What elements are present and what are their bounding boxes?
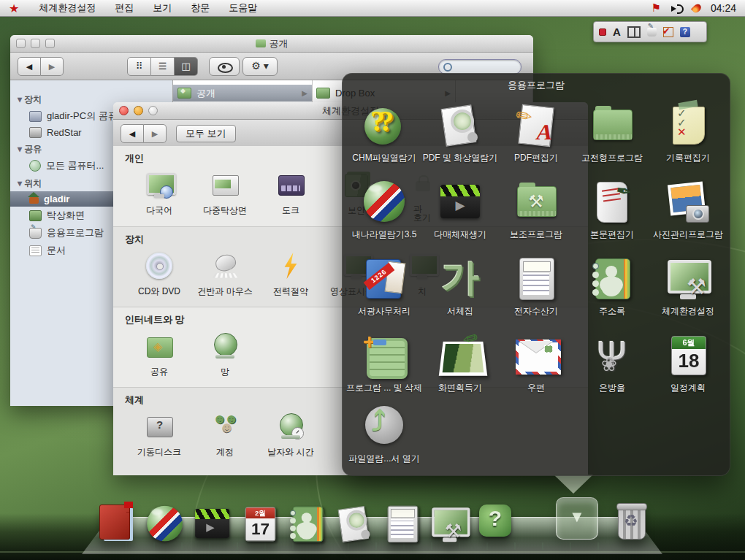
app-open-with-file-viewer[interactable]: 파일열람...서 열기	[346, 403, 422, 465]
column-view-button[interactable]: ◫	[175, 57, 198, 76]
dock-document-viewer-icon[interactable]	[332, 500, 373, 541]
clock[interactable]: 04:24	[711, 2, 736, 14]
dock-calculator-icon[interactable]	[380, 500, 421, 541]
folder-row-public[interactable]: 공개▶	[173, 85, 312, 101]
app-notes-editor[interactable]: ✓✓✕기록편집기	[650, 102, 726, 164]
file-manager-titlebar[interactable]: 공개	[10, 35, 533, 53]
quicklook-button[interactable]	[209, 57, 240, 76]
app-pdf-image-viewer[interactable]: PDF 및 화상열람기	[422, 102, 498, 164]
app-sogwang-office[interactable]: 1226서광사무처리	[346, 256, 422, 318]
dock-office-icon[interactable]	[95, 500, 136, 541]
dock-trash-icon[interactable]	[611, 500, 652, 541]
app-package-manager[interactable]: +프로그람 ... 및 삭제	[346, 332, 422, 394]
forward-button[interactable]: ▶	[41, 57, 64, 76]
checkmark-tool-icon[interactable]	[663, 27, 673, 37]
pref-item-startup-disk[interactable]: 기동디스크	[126, 411, 192, 459]
cd-icon	[144, 250, 175, 281]
app-font-book[interactable]: 서체집	[422, 256, 498, 318]
globe-icon	[210, 331, 240, 361]
package-icon: +	[362, 332, 407, 377]
close-icon[interactable]	[599, 28, 606, 36]
app-text-editor[interactable]: ✒본문편집기	[574, 179, 650, 241]
volume-icon[interactable]	[671, 3, 683, 13]
app-naenara-browser[interactable]: 내나라열람기3.5	[346, 179, 422, 241]
document-icon	[29, 245, 42, 256]
menu-window[interactable]: 창문	[181, 0, 219, 16]
menu-edit[interactable]: 편집	[105, 0, 143, 16]
pref-item-network[interactable]: 망	[192, 331, 258, 378]
app-utilities[interactable]: ⚒보조프로그람	[498, 179, 574, 241]
app-address-book[interactable]: 주소록	[574, 256, 650, 318]
pref-item-desktops[interactable]: 다중탁상면	[192, 169, 258, 222]
disk-icon	[29, 127, 42, 138]
flame-icon[interactable]	[691, 2, 703, 14]
app-schedule[interactable]: 6월18일정계획	[650, 332, 726, 394]
dock: ▶ 2월17 ⚒	[95, 496, 650, 541]
window-title: 공개	[10, 37, 533, 50]
panel-dock-pointer	[554, 475, 593, 494]
flag-icon[interactable]: ⚑	[652, 1, 661, 15]
calculator-icon	[513, 256, 559, 301]
app-chm-viewer[interactable]: CHM파일열람기	[346, 102, 422, 164]
search-input[interactable]	[438, 59, 522, 74]
app-pdf-editor[interactable]: ✎PDF편집기	[498, 102, 574, 164]
pref-item-language[interactable]: 다국어	[126, 169, 192, 222]
folder-icon	[177, 88, 191, 99]
menu-help[interactable]: 도움말	[219, 0, 267, 16]
users-icon	[210, 411, 240, 442]
back-button[interactable]: ◀	[18, 57, 41, 76]
envelope-icon	[513, 332, 559, 377]
pref-item-accounts[interactable]: 계정	[192, 411, 258, 459]
pen-cup-icon[interactable]	[647, 28, 657, 37]
list-view-button[interactable]: ☰	[151, 57, 175, 76]
pref-item-sharing[interactable]: 공유	[126, 331, 192, 378]
pref-item-cd-dvd[interactable]: CD와 DVD	[126, 250, 192, 298]
back-button[interactable]: ◀	[121, 124, 144, 143]
applications-icon	[29, 228, 42, 239]
folder-icon	[256, 39, 266, 47]
section-label-personal: 개인	[125, 152, 144, 165]
pref-item-keyboard-mouse[interactable]: 건반과 마우스	[192, 250, 258, 298]
font-tool-icon[interactable]: A	[613, 26, 621, 38]
help-book-icon[interactable]: ?	[680, 27, 690, 37]
chevron-right-icon: ▶	[302, 89, 307, 97]
pref-item-dock[interactable]: 도크	[258, 169, 324, 222]
icon-view-button[interactable]: ⠿	[127, 57, 151, 76]
app-calculator[interactable]: 전자수산기	[498, 256, 574, 318]
forward-button[interactable]: ▶	[144, 124, 167, 143]
dock-applications-stack-icon[interactable]	[554, 496, 600, 541]
redstar-logo-icon[interactable]: ★	[9, 1, 19, 15]
app-media-player[interactable]: ▶다매체재생기	[422, 179, 498, 241]
office-folder-icon: 1226	[362, 256, 407, 301]
dock-help-icon[interactable]	[475, 500, 516, 541]
dock-pref-icon	[275, 169, 306, 200]
eye-icon	[218, 63, 233, 73]
folder-icon	[316, 88, 330, 99]
dock-address-book-icon[interactable]	[285, 500, 326, 541]
dock-media-player-icon[interactable]: ▶	[190, 500, 231, 541]
app-system-settings[interactable]: ⚒체계환경설정	[650, 256, 726, 318]
pref-item-date-time[interactable]: 날자와 시간	[258, 411, 324, 459]
pref-item-energy[interactable]: 전력절약	[258, 250, 324, 298]
app-photo-manager[interactable]: 사진관리프로그람	[650, 179, 726, 241]
panel-title: 응용프로그람	[342, 79, 730, 92]
lightning-icon	[275, 250, 306, 281]
app-classic-programs[interactable]: 고전형프로그람	[574, 102, 650, 164]
menu-system-settings[interactable]: 체계환경설정	[29, 0, 105, 16]
action-menu-button[interactable]: ⚙ ▾	[242, 57, 278, 76]
show-all-button[interactable]: 모두 보기	[176, 125, 236, 142]
green-folder-icon	[589, 102, 635, 147]
app-mail[interactable]: 우편	[498, 332, 574, 394]
mouse-icon	[210, 250, 240, 281]
section-label-devices: 장치	[125, 233, 144, 246]
screen-capture-icon	[438, 332, 483, 377]
dock-system-settings-icon[interactable]: ⚒	[427, 500, 468, 541]
columns-tool-icon[interactable]	[627, 26, 641, 38]
app-eunbangul[interactable]: 은방울	[574, 332, 650, 394]
clapperboard-icon: ▶	[438, 179, 483, 224]
dock-browser-icon[interactable]	[142, 500, 183, 541]
app-screen-capture[interactable]: 화면획득기	[422, 332, 498, 394]
menu-view[interactable]: 보기	[143, 0, 181, 16]
applications-panel: 응용프로그람 CHM파일열람기 PDF 및 화상열람기 ✎PDF편집기 고전형프…	[342, 73, 730, 476]
dock-calendar-icon[interactable]: 2월17	[237, 500, 278, 541]
